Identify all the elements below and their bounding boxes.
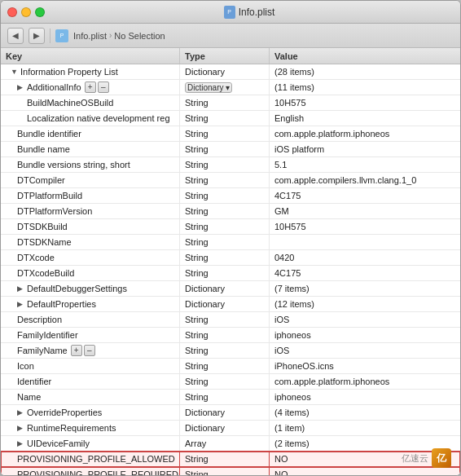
- cell-key: DTCompiler: [1, 173, 180, 187]
- cell-type: String: [180, 250, 270, 265]
- cell-value: (11 items): [270, 80, 460, 95]
- cell-key: Identifier: [1, 374, 180, 389]
- table-row[interactable]: Bundle identifierStringcom.apple.platfor…: [1, 126, 460, 142]
- cell-value: 4C175: [270, 266, 460, 280]
- table-row[interactable]: ▶AdditionalInfo+–Dictionary ▾(11 items): [1, 80, 460, 95]
- content-area: Key Type Value ▼Information Property Lis…: [1, 48, 460, 475]
- cell-type: String: [180, 235, 270, 249]
- table-row[interactable]: Bundle versions string, shortString5.1: [1, 157, 460, 173]
- main-window: P Info.plist ◀ ▶ P Info.plist › No Selec…: [0, 0, 461, 476]
- cell-type: String: [180, 173, 270, 187]
- cell-key: DTXcode: [1, 250, 180, 265]
- table-row[interactable]: FamilyIdentifierStringiphoneos: [1, 328, 460, 343]
- cell-value: 10H575: [270, 219, 460, 234]
- expand-arrow[interactable]: ▼: [11, 68, 19, 76]
- header-type: Type: [180, 48, 270, 64]
- cell-type: String: [180, 219, 270, 234]
- cell-type: Dictionary: [180, 281, 270, 296]
- cell-key: ▶RuntimeRequirements: [1, 421, 180, 435]
- cell-key: Name: [1, 390, 180, 404]
- cell-type: Dictionary ▾: [180, 80, 270, 95]
- table-row[interactable]: ▶OverridePropertiesDictionary(4 items): [1, 405, 460, 421]
- type-select[interactable]: Dictionary ▾: [185, 82, 232, 93]
- table-row[interactable]: PROVISIONING_PROFILE_REQUIREDStringNO: [1, 467, 460, 475]
- cell-key: BuildMachineOSBuild: [1, 95, 180, 110]
- remove-row-button[interactable]: –: [98, 82, 109, 93]
- table-row[interactable]: DTPlatformVersionStringGM: [1, 204, 460, 219]
- cell-key: FamilyName+–: [1, 343, 180, 358]
- cell-value: iphoneos: [270, 390, 460, 404]
- table-row[interactable]: ▶DefaultPropertiesDictionary(12 items): [1, 297, 460, 312]
- cell-key: Bundle identifier: [1, 126, 180, 141]
- table-row[interactable]: ▶DefaultDebuggerSettingsDictionary(7 ite…: [1, 281, 460, 297]
- breadcrumb-selection: No Selection: [114, 31, 165, 41]
- table-row[interactable]: ▼Information Property ListDictionary(28 …: [1, 64, 460, 80]
- table-row[interactable]: DTCompilerStringcom.apple.compilers.llvm…: [1, 173, 460, 188]
- expand-arrow[interactable]: ▶: [17, 439, 25, 447]
- cell-key: Bundle versions string, short: [1, 157, 180, 172]
- cell-type: String: [180, 142, 270, 156]
- expand-arrow[interactable]: ▶: [17, 300, 25, 308]
- cell-value: (4 items): [270, 405, 460, 420]
- maximize-button[interactable]: [35, 7, 45, 17]
- cell-type: String: [180, 452, 270, 466]
- cell-type: String: [180, 157, 270, 172]
- table-row[interactable]: IconStringiPhoneOS.icns: [1, 359, 460, 374]
- close-button[interactable]: [7, 7, 17, 17]
- cell-value: iphoneos: [270, 328, 460, 342]
- cell-value: (28 items): [270, 64, 460, 79]
- cell-type: String: [180, 188, 270, 203]
- cell-value: 4C175: [270, 188, 460, 203]
- cell-value: NO: [270, 467, 460, 475]
- table-row[interactable]: ▶UIDeviceFamilyArray(2 items): [1, 436, 460, 452]
- expand-arrow[interactable]: ▶: [17, 408, 25, 416]
- cell-value: com.apple.platform.iphoneos: [270, 374, 460, 389]
- cell-key: ▶OverrideProperties: [1, 405, 180, 420]
- table-row[interactable]: DTPlatformBuildString4C175: [1, 188, 460, 204]
- cell-value: (1 item): [270, 421, 460, 435]
- watermark-icon: 亿: [432, 448, 451, 468]
- table-row[interactable]: DTSDKNameString: [1, 235, 460, 250]
- cell-key: Bundle name: [1, 142, 180, 156]
- traffic-lights: [7, 7, 45, 17]
- cell-type: String: [180, 204, 270, 218]
- file-icon: P: [224, 6, 235, 19]
- add-row-button[interactable]: +: [85, 82, 96, 93]
- table-row[interactable]: DescriptionStringiOS: [1, 312, 460, 328]
- table-row[interactable]: FamilyName+–StringiOS: [1, 343, 460, 359]
- forward-button[interactable]: ▶: [29, 28, 45, 44]
- expand-arrow[interactable]: ▶: [17, 284, 25, 293]
- table-row[interactable]: DTXcodeString0420: [1, 250, 460, 266]
- expand-arrow[interactable]: ▶: [17, 83, 25, 91]
- cell-value: GM: [270, 204, 460, 218]
- row-controls: +–: [85, 82, 109, 93]
- cell-key: Icon: [1, 359, 180, 373]
- minimize-button[interactable]: [21, 7, 31, 17]
- breadcrumb: Info.plist › No Selection: [73, 31, 165, 41]
- cell-key: DTSDKBuild: [1, 219, 180, 234]
- table-row[interactable]: NameStringiphoneos: [1, 390, 460, 405]
- add-row-button[interactable]: +: [71, 345, 82, 356]
- cell-key: FamilyIdentifier: [1, 328, 180, 342]
- table-row[interactable]: BuildMachineOSBuildString10H575: [1, 95, 460, 111]
- table-row[interactable]: Bundle nameStringiOS platform: [1, 142, 460, 157]
- back-button[interactable]: ◀: [7, 28, 24, 44]
- table-row[interactable]: DTSDKBuildString10H575: [1, 219, 460, 235]
- cell-type: Array: [180, 436, 270, 451]
- cell-type: String: [180, 95, 270, 110]
- remove-row-button[interactable]: –: [84, 345, 95, 356]
- cell-type: String: [180, 328, 270, 342]
- watermark-text: 亿速云: [402, 452, 428, 465]
- titlebar-center: P Info.plist: [45, 6, 454, 19]
- table-row[interactable]: ▶RuntimeRequirementsDictionary(1 item): [1, 421, 460, 436]
- cell-type: Dictionary: [180, 64, 270, 79]
- table-row[interactable]: DTXcodeBuildString4C175: [1, 266, 460, 281]
- expand-arrow[interactable]: ▶: [17, 424, 25, 432]
- table-row[interactable]: PROVISIONING_PROFILE_ALLOWEDStringNO: [1, 452, 460, 467]
- cell-key: PROVISIONING_PROFILE_REQUIRED: [1, 467, 180, 475]
- table-row[interactable]: Localization native development regStrin…: [1, 111, 460, 126]
- cell-value: English: [270, 111, 460, 126]
- cell-key: DTPlatformVersion: [1, 204, 180, 218]
- table-row[interactable]: IdentifierStringcom.apple.platform.iphon…: [1, 374, 460, 390]
- cell-value: iOS: [270, 312, 460, 327]
